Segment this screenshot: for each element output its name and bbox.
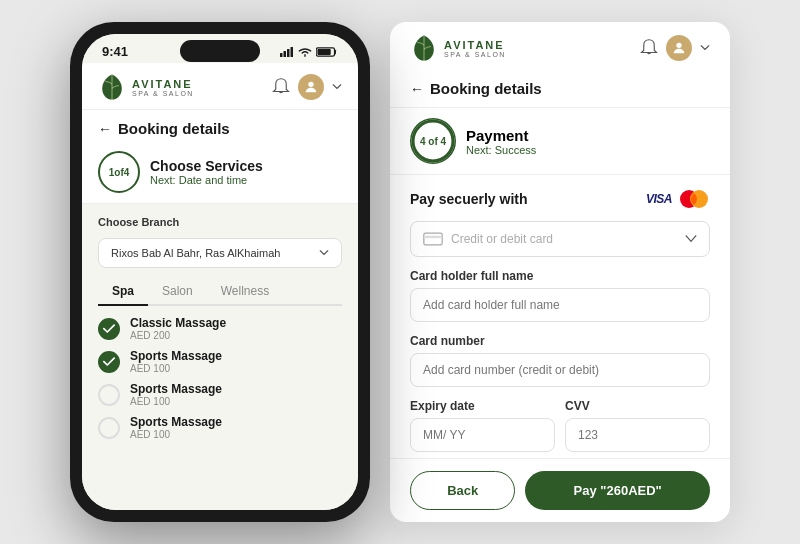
panel-footer: Back Pay "260AED" (390, 458, 730, 522)
list-item[interactable]: Classic Massage AED 200 (98, 316, 342, 341)
service-price: AED 100 (130, 363, 222, 374)
pay-label: Pay secuerly with (410, 191, 528, 207)
status-icons (280, 47, 338, 57)
card-logos: VISA (646, 189, 710, 209)
check-sports-massage-1[interactable] (98, 351, 120, 373)
panel-chevron-down-icon[interactable] (700, 45, 710, 51)
panel-notification-icon[interactable] (640, 38, 658, 58)
service-info-sports-3: Sports Massage AED 100 (130, 415, 222, 440)
logo-sub: SPA & SALON (132, 90, 194, 97)
service-info-sports-2: Sports Massage AED 100 (130, 382, 222, 407)
service-info-sports-1: Sports Massage AED 100 (130, 349, 222, 374)
expiry-input[interactable] (410, 418, 555, 452)
service-list: Classic Massage AED 200 Sports Massage (98, 316, 342, 440)
card-select-chevron-icon (685, 235, 697, 243)
logo-text: AVITANE SPA & SALON (132, 78, 194, 97)
logo-leaf-icon (98, 73, 126, 101)
check-classic-massage[interactable] (98, 318, 120, 340)
panel-top-bar: AVITANE SPA & SALON (390, 22, 730, 108)
logo-name: AVITANE (132, 78, 194, 90)
mastercard-logo (678, 189, 710, 209)
tab-spa[interactable]: Spa (98, 278, 148, 306)
phone-notch (180, 40, 260, 62)
back-button[interactable]: Back (410, 471, 515, 510)
card-type-select[interactable]: Credit or debit card (410, 221, 710, 257)
svg-rect-2 (287, 49, 290, 57)
branch-chevron-icon (319, 250, 329, 256)
panel-header-icons (640, 35, 710, 61)
panel-step-row: 4 of 4 Payment Next: Success (390, 108, 730, 175)
panel-booking-header: ← Booking details (410, 72, 710, 107)
expiry-cvv-row: Expiry date CVV (410, 399, 710, 452)
panel-step-circle: 4 of 4 (410, 118, 456, 164)
wifi-icon (298, 47, 312, 57)
header-icons (272, 74, 342, 100)
svg-point-6 (308, 82, 313, 87)
panel-avatar-icon (671, 40, 687, 56)
payment-section: Pay secuerly with VISA Credit or debit c… (390, 175, 730, 458)
card-number-group: Card number (410, 334, 710, 387)
card-number-input[interactable] (410, 353, 710, 387)
app-content: Choose Branch Rixos Bab Al Bahr, Ras AlK… (82, 204, 358, 510)
pay-button[interactable]: Pay "260AED" (525, 471, 710, 510)
logo-area: AVITANE SPA & SALON (98, 73, 194, 101)
list-item[interactable]: Sports Massage AED 100 (98, 382, 342, 407)
service-name: Sports Massage (130, 349, 222, 363)
app-header: AVITANE SPA & SALON (82, 63, 358, 110)
panel-logo-name: AVITANE (444, 39, 506, 51)
card-icon (423, 232, 443, 246)
service-price: AED 100 (130, 396, 222, 407)
chevron-down-icon[interactable] (332, 84, 342, 90)
step-number: 1of4 (109, 167, 130, 178)
service-info-classic: Classic Massage AED 200 (130, 316, 226, 341)
phone-device: 9:41 (70, 22, 370, 522)
panel-avatar[interactable] (666, 35, 692, 61)
tab-wellness[interactable]: Wellness (207, 278, 283, 306)
cvv-label: CVV (565, 399, 710, 413)
tab-salon[interactable]: Salon (148, 278, 207, 306)
notification-icon[interactable] (272, 77, 290, 97)
expiry-label: Expiry date (410, 399, 555, 413)
avatar[interactable] (298, 74, 324, 100)
panel-back-arrow-icon[interactable]: ← (410, 81, 424, 97)
check-sports-massage-3[interactable] (98, 417, 120, 439)
panel-booking-title: Booking details (430, 80, 542, 97)
right-panel: AVITANE SPA & SALON (390, 22, 730, 522)
panel-logo-area: AVITANE SPA & SALON (410, 34, 506, 62)
branch-label: Choose Branch (98, 216, 342, 228)
avatar-icon (303, 79, 319, 95)
card-select-label: Credit or debit card (451, 232, 677, 246)
step-info: Choose Services Next: Date and time (150, 158, 263, 186)
svg-rect-3 (291, 47, 294, 57)
pay-securely-row: Pay secuerly with VISA (410, 189, 710, 209)
tab-row: Spa Salon Wellness (98, 278, 342, 306)
branch-select[interactable]: Rixos Bab Al Bahr, Ras AlKhaimah (98, 238, 342, 268)
booking-header: ← Booking details (82, 110, 358, 143)
panel-step-name: Payment (466, 127, 536, 144)
battery-icon (316, 47, 338, 57)
svg-rect-0 (280, 53, 283, 57)
branch-value: Rixos Bab Al Bahr, Ras AlKhaimah (111, 247, 280, 259)
svg-point-7 (676, 43, 681, 48)
panel-step-next: Next: Success (466, 144, 536, 156)
booking-title: Booking details (118, 120, 230, 137)
back-arrow-icon[interactable]: ← (98, 121, 112, 137)
panel-logo-leaf-icon (410, 34, 438, 62)
svg-rect-12 (424, 233, 442, 245)
list-item[interactable]: Sports Massage AED 100 (98, 415, 342, 440)
cvv-input[interactable] (565, 418, 710, 452)
list-item[interactable]: Sports Massage AED 100 (98, 349, 342, 374)
cardholder-group: Card holder full name (410, 269, 710, 322)
panel-logo-text: AVITANE SPA & SALON (444, 39, 506, 58)
visa-logo: VISA (646, 192, 672, 206)
panel-logo-sub: SPA & SALON (444, 51, 506, 58)
service-price: AED 200 (130, 330, 226, 341)
cvv-group: CVV (565, 399, 710, 452)
check-sports-massage-2[interactable] (98, 384, 120, 406)
cardholder-input[interactable] (410, 288, 710, 322)
scene: 9:41 (50, 2, 750, 542)
signal-icon (280, 47, 294, 57)
panel-step-number: 4 of 4 (420, 136, 446, 147)
check-icon (103, 324, 115, 334)
svg-rect-13 (424, 236, 442, 239)
